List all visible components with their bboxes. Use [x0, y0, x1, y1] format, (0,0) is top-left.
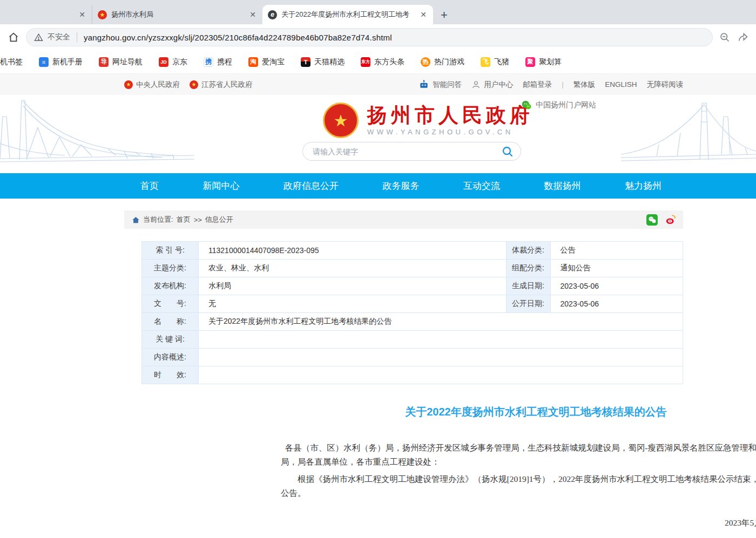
breadcrumb-separator: >>: [194, 216, 202, 224]
meta-value-index-number: 11321000014407098E-2023-095: [199, 242, 507, 260]
search-input[interactable]: [313, 147, 501, 156]
breadcrumb-label: 当前位置:: [143, 215, 173, 224]
meta-value-genre: 公告: [550, 242, 683, 260]
zoom-out-icon[interactable]: [719, 32, 731, 43]
tab-partial[interactable]: ✕: [0, 5, 92, 24]
tab-announcement-active[interactable]: e 关于2022年度扬州市水利工程文明工地考 ✕: [262, 5, 433, 24]
games-icon: 热: [421, 57, 430, 67]
address-divider: [77, 32, 77, 42]
nav-site-icon: 导: [99, 57, 109, 67]
bookmark-item[interactable]: 飞飞猪: [481, 57, 509, 67]
breadcrumb-home-link[interactable]: 首页: [177, 215, 191, 224]
portal-link[interactable]: 中国扬州门户网站: [521, 100, 596, 111]
address-bar[interactable]: 不安全 yangzhou.gov.cn/yzszxxgk/slj/202305/…: [26, 28, 713, 46]
site-logo[interactable]: ★ 扬州市人民政府 WWW.YANGZHOU.GOV.CN: [323, 103, 534, 138]
gov-links-bar: ★中央人民政府 ★江苏省人民政府 智能问答 用户中心 邮箱登录 | 繁体版 EN…: [0, 74, 756, 95]
table-row: 索 引 号: 11321000014407098E-2023-095 体裁分类:…: [142, 242, 683, 260]
nav-interaction[interactable]: 互动交流: [463, 180, 500, 192]
nav-info-disclosure[interactable]: 政府信息公开: [284, 180, 339, 192]
meta-label: 时 效:: [142, 366, 199, 384]
bookmark-item[interactable]: 淘爱淘宝: [248, 57, 285, 67]
wechat-icon: [521, 100, 532, 111]
bookmark-label: 网址导航: [112, 57, 143, 67]
link-smart-qa[interactable]: 智能问答: [418, 79, 462, 90]
meta-label: 生成日期:: [506, 277, 550, 295]
link-jiangsu-gov[interactable]: ★江苏省人民政府: [190, 80, 253, 90]
divider: |: [562, 80, 564, 88]
bookmark-item[interactable]: ≡新机手册: [39, 57, 83, 67]
breadcrumb: 当前位置: 首页 >> 信息公开: [124, 210, 683, 229]
bookmark-label: 携程: [217, 57, 232, 67]
bookmark-item[interactable]: 东方东方头条: [361, 57, 404, 67]
gov-emblem-icon: ★: [98, 10, 107, 19]
national-emblem-icon: ★: [323, 103, 359, 138]
link-mail-login[interactable]: 邮箱登录: [523, 80, 552, 90]
meta-label: 文 号:: [142, 295, 199, 313]
link-user-center[interactable]: 用户中心: [471, 80, 513, 90]
bookmark-label: 东方头条: [374, 57, 404, 67]
browser-toolbar: 不安全 yangzhou.gov.cn/yzszxxgk/slj/202305/…: [0, 24, 756, 50]
article-date: 2023年5月6日: [281, 517, 756, 529]
link-english[interactable]: ENGLISH: [605, 80, 637, 88]
meta-value-title: 关于2022年度扬州市水利工程文明工地考核结果的公告: [199, 313, 683, 331]
tmall-icon: T: [301, 57, 310, 67]
table-row: 文 号: 无 公开日期: 2023-05-06: [142, 295, 683, 313]
meta-label: 组配分类:: [506, 260, 550, 277]
meta-value-category: 通知公告: [550, 260, 683, 277]
wechat-share-icon[interactable]: [646, 214, 658, 226]
new-tab-button[interactable]: +: [441, 9, 448, 21]
ctrip-icon: 携: [204, 57, 213, 67]
warning-icon[interactable]: [34, 33, 43, 42]
article-paragraph: 根据《扬州市水利工程文明工地建设管理办法》（扬水规[2019]1号），2022年…: [281, 472, 756, 500]
bookmark-label: 新机手册: [52, 57, 83, 67]
site-search[interactable]: [302, 142, 521, 161]
home-icon[interactable]: [8, 31, 19, 43]
article-title: 关于2022年度扬州市水利工程文明工地考核结果的公告: [281, 405, 756, 419]
gov-emblem-icon: ★: [190, 80, 198, 89]
link-label: 中央人民政府: [136, 80, 180, 90]
close-icon[interactable]: ✕: [419, 10, 428, 19]
weibo-share-icon[interactable]: [665, 214, 677, 226]
meta-value-create-date: 2023-05-06: [550, 277, 683, 295]
bookmark-item[interactable]: 热热门游戏: [421, 57, 464, 67]
share-icon[interactable]: [737, 32, 748, 43]
bookmark-item[interactable]: 导网址导航: [99, 57, 143, 67]
tab-water-bureau[interactable]: ★ 扬州市水利局 ✕: [92, 5, 262, 24]
table-row: 发布机构: 水利局 生成日期: 2023-05-06: [142, 277, 683, 295]
meta-label: 名 称:: [142, 313, 199, 331]
link-label: 江苏省人民政府: [201, 80, 253, 90]
link-central-gov[interactable]: ★中央人民政府: [124, 80, 180, 90]
meta-value-keywords: [199, 331, 683, 349]
nav-services[interactable]: 政务服务: [383, 180, 420, 192]
bookmark-item[interactable]: 携携程: [204, 57, 232, 67]
search-icon[interactable]: [501, 145, 514, 158]
link-label: 邮箱登录: [523, 80, 552, 90]
bookmark-label: 热门游戏: [434, 57, 464, 67]
nav-charm[interactable]: 魅力扬州: [625, 180, 662, 192]
meta-label: 主题分类:: [142, 260, 199, 277]
close-icon[interactable]: ✕: [78, 10, 86, 19]
bookmark-label: 机书签: [0, 57, 23, 67]
content-column: 当前位置: 首页 >> 信息公开 索 引 号: 1132100001440709…: [124, 210, 683, 538]
bookmark-item[interactable]: 机书签: [0, 57, 23, 67]
nav-home[interactable]: 首页: [140, 180, 159, 192]
breadcrumb-section-link[interactable]: 信息公开: [205, 215, 233, 224]
bookmark-item[interactable]: T天猫精选: [301, 57, 345, 67]
nav-news[interactable]: 新闻中心: [203, 180, 240, 192]
bookmark-label: 天猫精选: [314, 57, 345, 67]
article-paragraph: 各县（市、区）水利（务）局，扬州经济开发区城乡事务管理局，生态科技新城规划建设局…: [281, 441, 756, 469]
site-favicon-icon: e: [268, 10, 277, 19]
nav-data[interactable]: 数据扬州: [544, 180, 581, 192]
link-accessibility[interactable]: 无障碍阅读: [647, 80, 684, 90]
close-icon[interactable]: ✕: [248, 10, 257, 19]
url-text[interactable]: yangzhou.gov.cn/yzszxxgk/slj/202305/210c…: [84, 33, 392, 42]
bookmark-item[interactable]: JD京东: [159, 57, 187, 67]
table-row: 主题分类: 农业、林业、水利 组配分类: 通知公告: [142, 260, 683, 277]
security-label[interactable]: 不安全: [48, 32, 70, 42]
link-label: ENGLISH: [605, 80, 637, 88]
gov-emblem-icon: ★: [124, 80, 133, 89]
meta-label: 关 键 词:: [142, 331, 199, 349]
link-traditional[interactable]: 繁体版: [573, 80, 596, 90]
bookmark-item[interactable]: 聚聚划算: [525, 57, 562, 67]
meta-label: 公开日期:: [506, 295, 550, 313]
